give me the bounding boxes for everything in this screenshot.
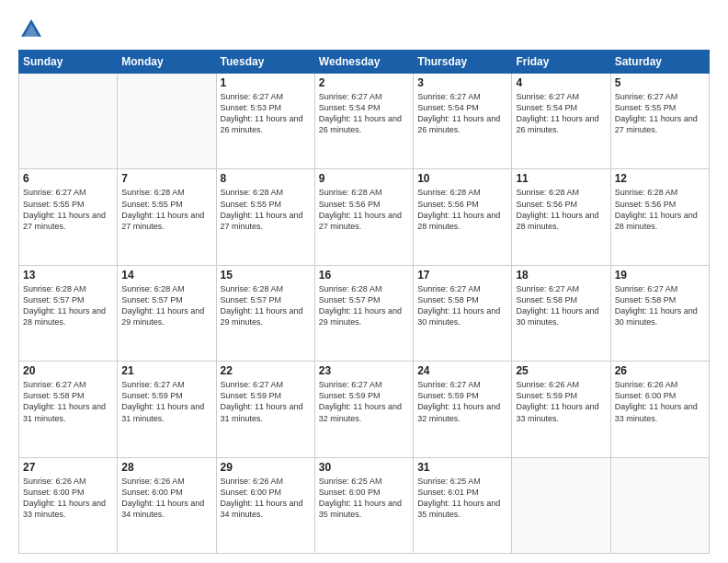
day-number: 17 bbox=[417, 269, 507, 282]
calendar-day-cell: 7Sunrise: 6:28 AM Sunset: 5:55 PM Daylig… bbox=[118, 169, 216, 265]
calendar-day-cell: 13Sunrise: 6:28 AM Sunset: 5:57 PM Dayli… bbox=[19, 265, 118, 361]
calendar-day-cell: 14Sunrise: 6:28 AM Sunset: 5:57 PM Dayli… bbox=[118, 265, 216, 361]
day-info: Sunrise: 6:27 AM Sunset: 5:53 PM Dayligh… bbox=[221, 91, 311, 136]
day-number: 7 bbox=[121, 172, 211, 185]
day-number: 3 bbox=[417, 76, 507, 89]
day-info: Sunrise: 6:27 AM Sunset: 5:59 PM Dayligh… bbox=[319, 379, 409, 424]
day-info: Sunrise: 6:28 AM Sunset: 5:56 PM Dayligh… bbox=[319, 187, 409, 232]
day-number: 4 bbox=[516, 76, 606, 89]
calendar-day-cell: 20Sunrise: 6:27 AM Sunset: 5:58 PM Dayli… bbox=[19, 362, 118, 457]
calendar-day-cell: 17Sunrise: 6:27 AM Sunset: 5:58 PM Dayli… bbox=[414, 265, 512, 361]
day-number: 29 bbox=[221, 461, 311, 474]
calendar-day-cell bbox=[19, 74, 118, 169]
day-number: 8 bbox=[221, 172, 311, 185]
calendar-col-header: Saturday bbox=[610, 51, 709, 74]
calendar-day-cell: 30Sunrise: 6:25 AM Sunset: 6:00 PM Dayli… bbox=[314, 457, 413, 553]
header bbox=[18, 17, 710, 42]
day-info: Sunrise: 6:26 AM Sunset: 6:00 PM Dayligh… bbox=[615, 379, 705, 424]
calendar-day-cell: 23Sunrise: 6:27 AM Sunset: 5:59 PM Dayli… bbox=[314, 362, 413, 457]
calendar-table: SundayMondayTuesdayWednesdayThursdayFrid… bbox=[18, 50, 710, 554]
calendar-week-row: 20Sunrise: 6:27 AM Sunset: 5:58 PM Dayli… bbox=[19, 362, 710, 457]
day-number: 30 bbox=[319, 461, 409, 474]
calendar-day-cell: 16Sunrise: 6:28 AM Sunset: 5:57 PM Dayli… bbox=[314, 265, 413, 361]
day-info: Sunrise: 6:28 AM Sunset: 5:57 PM Dayligh… bbox=[121, 283, 211, 328]
day-number: 24 bbox=[417, 364, 507, 377]
calendar-col-header: Monday bbox=[118, 51, 216, 74]
day-info: Sunrise: 6:27 AM Sunset: 5:58 PM Dayligh… bbox=[417, 283, 507, 328]
day-info: Sunrise: 6:26 AM Sunset: 6:00 PM Dayligh… bbox=[221, 476, 311, 521]
calendar-day-cell: 28Sunrise: 6:26 AM Sunset: 6:00 PM Dayli… bbox=[118, 457, 216, 553]
calendar-day-cell: 27Sunrise: 6:26 AM Sunset: 6:00 PM Dayli… bbox=[19, 457, 118, 553]
day-number: 10 bbox=[417, 172, 507, 185]
calendar-day-cell bbox=[610, 457, 709, 553]
calendar-day-cell bbox=[118, 74, 216, 169]
day-info: Sunrise: 6:28 AM Sunset: 5:57 PM Dayligh… bbox=[319, 283, 409, 328]
day-info: Sunrise: 6:27 AM Sunset: 5:58 PM Dayligh… bbox=[615, 283, 705, 328]
day-info: Sunrise: 6:28 AM Sunset: 5:56 PM Dayligh… bbox=[417, 187, 507, 232]
calendar-page: SundayMondayTuesdayWednesdayThursdayFrid… bbox=[0, 0, 728, 563]
day-info: Sunrise: 6:27 AM Sunset: 5:59 PM Dayligh… bbox=[417, 379, 507, 424]
day-number: 15 bbox=[221, 269, 311, 282]
calendar-day-cell: 31Sunrise: 6:25 AM Sunset: 6:01 PM Dayli… bbox=[414, 457, 512, 553]
day-number: 22 bbox=[221, 364, 311, 377]
day-info: Sunrise: 6:28 AM Sunset: 5:55 PM Dayligh… bbox=[121, 187, 211, 232]
logo-icon bbox=[18, 17, 44, 42]
calendar-col-header: Friday bbox=[512, 51, 610, 74]
day-info: Sunrise: 6:27 AM Sunset: 5:59 PM Dayligh… bbox=[121, 379, 211, 424]
day-number: 23 bbox=[319, 364, 409, 377]
day-info: Sunrise: 6:28 AM Sunset: 5:57 PM Dayligh… bbox=[23, 283, 113, 328]
calendar-day-cell: 4Sunrise: 6:27 AM Sunset: 5:54 PM Daylig… bbox=[512, 74, 610, 169]
day-number: 16 bbox=[319, 269, 409, 282]
day-number: 28 bbox=[121, 461, 211, 474]
day-info: Sunrise: 6:25 AM Sunset: 6:00 PM Dayligh… bbox=[319, 476, 409, 521]
calendar-week-row: 6Sunrise: 6:27 AM Sunset: 5:55 PM Daylig… bbox=[19, 169, 710, 265]
calendar-day-cell: 26Sunrise: 6:26 AM Sunset: 6:00 PM Dayli… bbox=[610, 362, 709, 457]
day-info: Sunrise: 6:28 AM Sunset: 5:55 PM Dayligh… bbox=[221, 187, 311, 232]
day-number: 14 bbox=[121, 269, 211, 282]
day-number: 20 bbox=[23, 364, 113, 377]
day-info: Sunrise: 6:27 AM Sunset: 5:54 PM Dayligh… bbox=[319, 91, 409, 136]
day-info: Sunrise: 6:27 AM Sunset: 5:54 PM Dayligh… bbox=[516, 91, 606, 136]
calendar-day-cell: 3Sunrise: 6:27 AM Sunset: 5:54 PM Daylig… bbox=[414, 74, 512, 169]
day-info: Sunrise: 6:27 AM Sunset: 5:58 PM Dayligh… bbox=[23, 379, 113, 424]
calendar-day-cell: 29Sunrise: 6:26 AM Sunset: 6:00 PM Dayli… bbox=[216, 457, 314, 553]
calendar-col-header: Sunday bbox=[19, 51, 118, 74]
calendar-day-cell: 9Sunrise: 6:28 AM Sunset: 5:56 PM Daylig… bbox=[314, 169, 413, 265]
day-number: 19 bbox=[615, 269, 705, 282]
calendar-col-header: Thursday bbox=[414, 51, 512, 74]
day-number: 26 bbox=[615, 364, 705, 377]
calendar-week-row: 27Sunrise: 6:26 AM Sunset: 6:00 PM Dayli… bbox=[19, 457, 710, 553]
day-info: Sunrise: 6:26 AM Sunset: 6:00 PM Dayligh… bbox=[23, 476, 113, 521]
day-info: Sunrise: 6:27 AM Sunset: 5:55 PM Dayligh… bbox=[23, 187, 113, 232]
day-number: 31 bbox=[417, 461, 507, 474]
day-info: Sunrise: 6:26 AM Sunset: 5:59 PM Dayligh… bbox=[516, 379, 606, 424]
day-info: Sunrise: 6:27 AM Sunset: 5:54 PM Dayligh… bbox=[417, 91, 507, 136]
day-number: 12 bbox=[615, 172, 705, 185]
day-info: Sunrise: 6:28 AM Sunset: 5:56 PM Dayligh… bbox=[516, 187, 606, 232]
day-number: 5 bbox=[615, 76, 705, 89]
calendar-day-cell: 11Sunrise: 6:28 AM Sunset: 5:56 PM Dayli… bbox=[512, 169, 610, 265]
day-number: 13 bbox=[23, 269, 113, 282]
calendar-day-cell: 19Sunrise: 6:27 AM Sunset: 5:58 PM Dayli… bbox=[610, 265, 709, 361]
day-number: 21 bbox=[121, 364, 211, 377]
day-info: Sunrise: 6:26 AM Sunset: 6:00 PM Dayligh… bbox=[121, 476, 211, 521]
calendar-day-cell: 2Sunrise: 6:27 AM Sunset: 5:54 PM Daylig… bbox=[314, 74, 413, 169]
calendar-day-cell: 18Sunrise: 6:27 AM Sunset: 5:58 PM Dayli… bbox=[512, 265, 610, 361]
day-number: 6 bbox=[23, 172, 113, 185]
day-info: Sunrise: 6:25 AM Sunset: 6:01 PM Dayligh… bbox=[417, 476, 507, 521]
calendar-day-cell: 15Sunrise: 6:28 AM Sunset: 5:57 PM Dayli… bbox=[216, 265, 314, 361]
day-number: 1 bbox=[221, 76, 311, 89]
day-number: 11 bbox=[516, 172, 606, 185]
day-number: 18 bbox=[516, 269, 606, 282]
calendar-day-cell: 22Sunrise: 6:27 AM Sunset: 5:59 PM Dayli… bbox=[216, 362, 314, 457]
calendar-col-header: Wednesday bbox=[314, 51, 413, 74]
day-info: Sunrise: 6:28 AM Sunset: 5:56 PM Dayligh… bbox=[615, 187, 705, 232]
day-info: Sunrise: 6:27 AM Sunset: 5:59 PM Dayligh… bbox=[221, 379, 311, 424]
calendar-day-cell: 12Sunrise: 6:28 AM Sunset: 5:56 PM Dayli… bbox=[610, 169, 709, 265]
calendar-col-header: Tuesday bbox=[216, 51, 314, 74]
day-info: Sunrise: 6:28 AM Sunset: 5:57 PM Dayligh… bbox=[221, 283, 311, 328]
calendar-day-cell: 24Sunrise: 6:27 AM Sunset: 5:59 PM Dayli… bbox=[414, 362, 512, 457]
calendar-day-cell: 1Sunrise: 6:27 AM Sunset: 5:53 PM Daylig… bbox=[216, 74, 314, 169]
calendar-day-cell: 21Sunrise: 6:27 AM Sunset: 5:59 PM Dayli… bbox=[118, 362, 216, 457]
calendar-day-cell: 10Sunrise: 6:28 AM Sunset: 5:56 PM Dayli… bbox=[414, 169, 512, 265]
